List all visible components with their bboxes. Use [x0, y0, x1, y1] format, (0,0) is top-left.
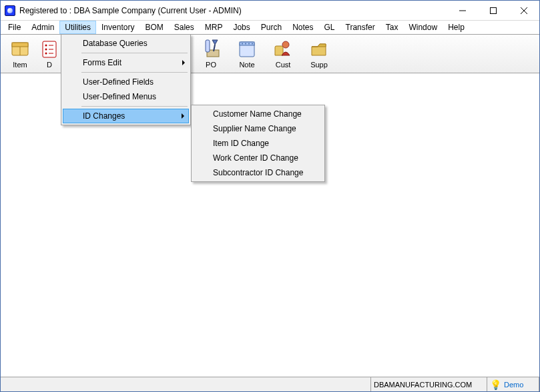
tool-note[interactable]: Note [229, 36, 265, 73]
status-cell-empty [1, 377, 371, 391]
item-icon [9, 38, 31, 59]
svg-point-24 [282, 41, 289, 48]
statusbar: DBAMANUFACTURING.COM 💡 Demo [1, 377, 539, 391]
dd-separator [81, 106, 188, 107]
dd-label: Customer Name Change [213, 109, 302, 119]
dd-label: User-Defined Fields [83, 77, 154, 87]
tool-obscured-1[interactable]: D [38, 36, 61, 73]
dd-customer-name-change[interactable]: Customer Name Change [193, 107, 323, 121]
menu-utilities[interactable]: Utilities [59, 21, 96, 34]
dd-label: Work Center ID Change [213, 153, 298, 163]
status-url: DBAMANUFACTURING.COM [371, 377, 487, 391]
close-icon [521, 7, 527, 14]
window-title: Registered to : DBA Sample Company (Curr… [19, 6, 447, 15]
menu-tax[interactable]: Tax [380, 21, 404, 34]
menu-purch[interactable]: Purch [256, 21, 287, 34]
svg-point-20 [242, 43, 243, 45]
close-button[interactable] [509, 1, 539, 20]
tool-po-label: PO [206, 61, 216, 69]
tool-cust-label: Cust [276, 61, 291, 69]
tool-item-label: Item [13, 61, 27, 69]
tool-obscured-1-label: D [47, 61, 52, 69]
dd-work-center-id-change[interactable]: Work Center ID Change [193, 151, 323, 165]
menu-sales[interactable]: Sales [169, 21, 200, 34]
svg-rect-15 [206, 40, 210, 52]
minimize-button[interactable] [447, 1, 478, 20]
status-demo[interactable]: 💡 Demo [487, 377, 539, 391]
menu-gl[interactable]: GL [319, 21, 340, 34]
chevron-right-icon [182, 60, 185, 65]
menu-transfer[interactable]: Transfer [340, 21, 380, 34]
main-window: Registered to : DBA Sample Company (Curr… [0, 0, 540, 392]
dd-database-queries[interactable]: Database Queries [63, 36, 189, 51]
menu-notes[interactable]: Notes [287, 21, 318, 34]
svg-point-12 [45, 53, 47, 55]
maximize-icon [490, 7, 497, 14]
svg-rect-1 [491, 7, 497, 13]
app-icon [5, 5, 15, 16]
dd-user-defined-fields[interactable]: User-Defined Fields [63, 75, 189, 89]
svg-point-22 [248, 43, 250, 45]
tool-supp[interactable]: Supp [301, 36, 337, 73]
menu-jobs[interactable]: Jobs [228, 21, 255, 34]
minimize-icon [459, 7, 466, 14]
dd-label: Subcontractor ID Change [213, 168, 303, 177]
dd-label: Item ID Change [213, 139, 269, 148]
menubar: File Admin Utilities Inventory BOM Sales… [1, 21, 539, 34]
bulb-icon: 💡 [490, 379, 501, 390]
dd-forms-edit[interactable]: Forms Edit [63, 55, 189, 70]
tool-po[interactable]: PO [193, 36, 229, 73]
tool-note-label: Note [239, 61, 254, 69]
dropdown-id-changes: Customer Name Change Supplier Name Chang… [191, 105, 325, 182]
dd-id-changes[interactable]: ID Changes [63, 109, 189, 123]
cust-icon [272, 38, 294, 59]
dd-supplier-name-change[interactable]: Supplier Name Change [193, 121, 323, 136]
status-demo-label: Demo [504, 381, 523, 389]
dd-label: Forms Edit [83, 58, 121, 67]
menu-window[interactable]: Window [403, 21, 443, 34]
svg-point-10 [45, 49, 47, 51]
dropdown-utilities: Database Queries Forms Edit User-Defined… [61, 34, 191, 125]
po-icon [200, 38, 222, 59]
svg-point-21 [245, 43, 246, 45]
tool-cust[interactable]: Cust [265, 36, 301, 73]
list-icon [39, 38, 60, 59]
svg-point-23 [252, 43, 253, 45]
dd-subcontractor-id-change[interactable]: Subcontractor ID Change [193, 165, 323, 180]
svg-marker-16 [212, 40, 218, 45]
menu-mrp[interactable]: MRP [200, 21, 228, 34]
window-controls [447, 1, 539, 20]
tool-supp-label: Supp [310, 61, 328, 69]
menu-bom[interactable]: BOM [140, 21, 168, 34]
dd-label: Supplier Name Change [213, 124, 296, 133]
menu-file[interactable]: File [3, 21, 26, 34]
menu-admin[interactable]: Admin [26, 21, 59, 34]
tool-item[interactable]: Item [2, 36, 38, 73]
chevron-right-icon [182, 113, 184, 119]
dd-separator [81, 72, 188, 73]
menu-inventory[interactable]: Inventory [96, 21, 140, 34]
note-icon [236, 38, 258, 59]
dd-user-defined-menus[interactable]: User-Defined Menus [63, 89, 189, 104]
dd-label: Database Queries [83, 39, 148, 48]
supp-icon [308, 38, 330, 59]
svg-point-8 [45, 45, 47, 47]
dd-separator [81, 53, 188, 53]
dd-item-id-change[interactable]: Item ID Change [193, 136, 323, 151]
maximize-button[interactable] [478, 1, 509, 20]
titlebar: Registered to : DBA Sample Company (Curr… [1, 1, 539, 21]
dd-label: ID Changes [83, 111, 125, 121]
dd-label: User-Defined Menus [83, 92, 156, 101]
svg-rect-5 [12, 43, 28, 47]
menu-help[interactable]: Help [443, 21, 470, 34]
